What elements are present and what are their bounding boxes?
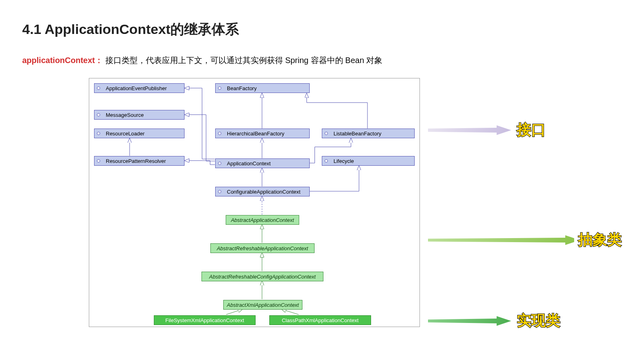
interface-icon xyxy=(218,190,221,193)
annotation-interface: 接口 xyxy=(428,120,622,140)
interface-icon xyxy=(97,159,100,163)
node-resource-loader: ResourceLoader xyxy=(94,129,185,138)
node-abstract-application-context: AbstractApplicationContext xyxy=(226,215,299,225)
interface-icon xyxy=(325,132,328,135)
svg-line-8 xyxy=(226,309,242,314)
svg-marker-12 xyxy=(428,316,511,326)
description-lead: applicationContext： xyxy=(22,56,103,65)
svg-line-9 xyxy=(282,309,299,314)
node-bean-factory: BeanFactory xyxy=(215,83,310,93)
arrow-right-icon xyxy=(428,314,513,327)
interface-icon xyxy=(218,132,221,135)
node-abstract-refreshable-application-context: AbstractRefreshableApplicationContext xyxy=(210,243,315,253)
svg-marker-11 xyxy=(428,235,574,245)
node-application-event-publisher: ApplicationEventPublisher xyxy=(94,83,185,93)
node-class-path-xml-application-context: ClassPathXmlApplicationContext xyxy=(269,315,371,325)
node-application-context: ApplicationContext xyxy=(215,158,310,168)
annotation-concrete-label: 实现类 xyxy=(517,311,560,331)
description: applicationContext： 接口类型，代表应用上下文，可以通过其实例… xyxy=(22,55,622,66)
uml-diagram: ApplicationEventPublisher BeanFactory Me… xyxy=(89,78,420,327)
arrow-right-icon xyxy=(428,124,513,137)
node-abstract-xml-application-context: AbstractXmlApplicationContext xyxy=(223,300,302,310)
main-content: ApplicationEventPublisher BeanFactory Me… xyxy=(22,78,622,327)
interface-icon xyxy=(325,159,328,163)
annotation-abstract-label: 抽象类 xyxy=(578,230,622,250)
interface-icon xyxy=(218,87,221,90)
interface-icon xyxy=(97,113,100,116)
interface-icon xyxy=(218,162,221,165)
node-listable-bean-factory: ListableBeanFactory xyxy=(322,129,415,138)
interface-icon xyxy=(97,87,100,90)
arrow-right-icon xyxy=(428,234,574,247)
node-configurable-application-context: ConfigurableApplicationContext xyxy=(215,187,310,196)
node-hierarchical-bean-factory: HierarchicalBeanFactory xyxy=(215,129,310,138)
node-message-source: MessageSource xyxy=(94,110,185,120)
node-file-system-xml-application-context: FileSystemXmlApplicationContext xyxy=(154,315,256,325)
svg-marker-10 xyxy=(428,125,511,135)
annotation-concrete: 实现类 xyxy=(428,311,622,331)
annotation-column: 接口 抽象类 实现类 xyxy=(428,78,622,327)
interface-icon xyxy=(97,132,100,135)
node-abstract-refreshable-config-application-context: AbstractRefreshableConfigApplicationCont… xyxy=(201,272,323,281)
node-lifecycle: Lifecycle xyxy=(322,156,415,166)
section-heading: 4.1 ApplicationContext的继承体系 xyxy=(22,20,622,39)
annotation-interface-label: 接口 xyxy=(517,120,546,140)
node-resource-pattern-resolver: ResourcePatternResolver xyxy=(94,156,185,166)
description-body: 接口类型，代表应用上下文，可以通过其实例获得 Spring 容器中的 Bean … xyxy=(105,56,383,65)
annotation-abstract: 抽象类 xyxy=(428,230,622,250)
